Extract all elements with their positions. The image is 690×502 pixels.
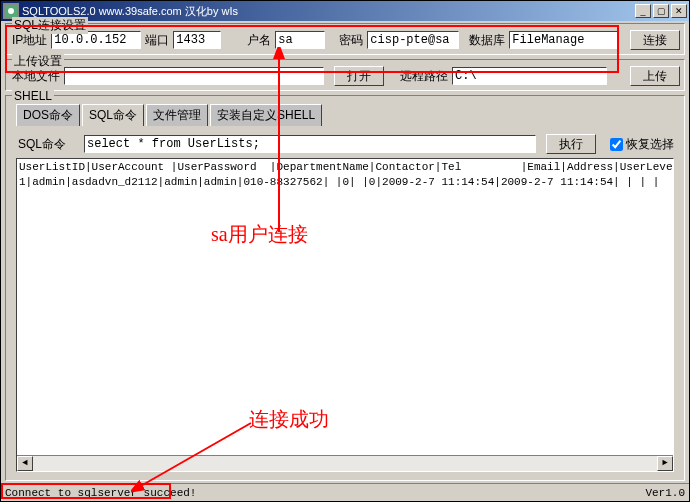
- user-label: 户名: [245, 32, 273, 49]
- db-input[interactable]: [509, 31, 619, 49]
- tab-sql[interactable]: SQL命令: [82, 104, 144, 126]
- ip-label: IP地址: [10, 32, 49, 49]
- connect-button[interactable]: 连接: [630, 30, 680, 50]
- shell-tabs: DOS命令 SQL命令 文件管理 安装自定义SHELL: [16, 104, 674, 126]
- db-label: 数据库: [467, 32, 507, 49]
- svg-point-1: [8, 8, 14, 14]
- minimize-button[interactable]: _: [635, 4, 651, 18]
- status-bar: Connect to sqlserver succeed! Ver1.0: [1, 483, 689, 501]
- pass-label: 密码: [337, 32, 365, 49]
- remote-path-input[interactable]: [452, 67, 607, 85]
- tab-file[interactable]: 文件管理: [146, 104, 208, 126]
- scroll-right-arrow[interactable]: ►: [657, 456, 673, 471]
- port-input[interactable]: [173, 31, 221, 49]
- sql-cmd-input[interactable]: [84, 135, 536, 153]
- port-label: 端口: [143, 32, 171, 49]
- close-button[interactable]: ✕: [671, 4, 687, 18]
- maximize-button[interactable]: ▢: [653, 4, 669, 18]
- scroll-track[interactable]: [33, 456, 657, 471]
- output-header: UserListID|UserAccount |UserPassword |De…: [17, 159, 673, 176]
- open-button[interactable]: 打开: [334, 66, 384, 86]
- window-title: SQLTOOLS2.0 www.39safe.com 汉化by wIs: [22, 4, 635, 19]
- output-row: 1|admin|asdadvn_d2112|admin|admin|010-88…: [17, 174, 673, 191]
- restore-checkbox-label: 恢复选择: [626, 136, 674, 153]
- local-file-input[interactable]: [64, 67, 324, 85]
- upload-legend: 上传设置: [12, 53, 64, 70]
- exec-button[interactable]: 执行: [546, 134, 596, 154]
- titlebar: SQLTOOLS2.0 www.39safe.com 汉化by wIs _ ▢ …: [1, 1, 689, 21]
- tab-install-shell[interactable]: 安装自定义SHELL: [210, 104, 322, 126]
- pass-input[interactable]: [367, 31, 459, 49]
- app-window: SQLTOOLS2.0 www.39safe.com 汉化by wIs _ ▢ …: [0, 0, 690, 502]
- local-file-label: 本地文件: [10, 68, 62, 85]
- scroll-left-arrow[interactable]: ◄: [17, 456, 33, 471]
- upload-button[interactable]: 上传: [630, 66, 680, 86]
- sql-cmd-label: SQL命令: [16, 136, 68, 153]
- restore-checkbox-input[interactable]: [610, 138, 623, 151]
- h-scrollbar[interactable]: ◄ ►: [17, 455, 673, 471]
- tab-dos[interactable]: DOS命令: [16, 104, 80, 126]
- status-message: Connect to sqlserver succeed!: [5, 487, 645, 499]
- connection-legend: SQL连接设置: [12, 17, 88, 34]
- window-controls: _ ▢ ✕: [635, 4, 687, 18]
- upload-fieldset: 上传设置 本地文件 打开 远程路径 上传: [5, 59, 685, 91]
- connection-fieldset: SQL连接设置 IP地址 端口 户名 密码 数据库 连接: [5, 23, 685, 55]
- remote-path-label: 远程路径: [398, 68, 450, 85]
- output-area: UserListID|UserAccount |UserPassword |De…: [16, 158, 674, 472]
- user-input[interactable]: [275, 31, 325, 49]
- shell-legend: SHELL: [12, 89, 54, 103]
- restore-checkbox[interactable]: 恢复选择: [610, 136, 674, 153]
- status-version: Ver1.0: [645, 487, 685, 499]
- shell-fieldset: SHELL DOS命令 SQL命令 文件管理 安装自定义SHELL SQL命令 …: [5, 95, 685, 481]
